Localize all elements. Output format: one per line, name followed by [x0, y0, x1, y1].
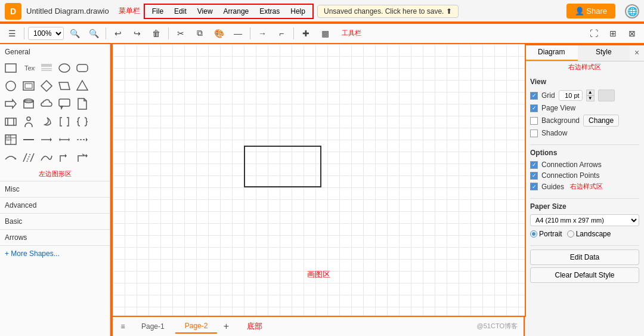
section-arrows[interactable]: Arrows [0, 229, 110, 245]
grid-up-arrow[interactable]: ▲ [586, 90, 595, 95]
fit-button[interactable]: ⊞ [605, 26, 621, 41]
section-misc[interactable]: Misc [0, 181, 110, 197]
page-view-row: Page View [530, 104, 639, 112]
copy-button[interactable]: ⧉ [191, 26, 208, 41]
landscape-label[interactable]: Landscape [567, 230, 611, 238]
tab-diagram[interactable]: Diagram [525, 44, 578, 61]
connection-points-checkbox[interactable] [530, 172, 538, 180]
shape-bent-arrow-right[interactable] [74, 149, 91, 166]
tab-page-2[interactable]: Page-2 [175, 319, 218, 334]
background-checkbox[interactable] [530, 117, 538, 125]
tab-menu-icon[interactable]: ≡ [115, 319, 131, 334]
shape-curved-line[interactable] [38, 149, 55, 166]
redo-button[interactable]: ↪ [129, 26, 145, 41]
shape-heading[interactable] [38, 60, 55, 76]
shape-curve-arrows[interactable] [2, 149, 19, 166]
grid-size-input[interactable] [559, 90, 583, 101]
page-view-label: Page View [541, 104, 575, 112]
menu-view[interactable]: View [193, 6, 218, 17]
grid-checkbox[interactable] [530, 92, 538, 100]
tab-page-1[interactable]: Page-1 [132, 320, 174, 333]
shape-callout[interactable] [56, 95, 73, 112]
menu-arrange[interactable]: Arrange [219, 6, 254, 17]
shape-rounded-rect[interactable] [74, 60, 91, 76]
shadow-checkbox[interactable] [530, 130, 538, 137]
insert-button[interactable]: ✚ [298, 26, 314, 41]
paper-size-select[interactable]: A4 (210 mm x 297 mm) A3 Letter [530, 214, 639, 226]
change-background-button[interactable]: Change [583, 115, 619, 127]
edit-data-button[interactable]: Edit Data [530, 249, 639, 265]
shape-line-solid[interactable] [20, 131, 37, 148]
portrait-label[interactable]: Portrait [530, 230, 562, 238]
page-view-checkbox[interactable] [530, 104, 538, 112]
main-layout: General Text Li [0, 44, 644, 336]
fullscreen-button[interactable]: ⛶ [586, 26, 602, 41]
zoom-select[interactable]: 100% 75% 50% 150% [28, 27, 64, 40]
shape-double-arrow[interactable] [56, 131, 73, 148]
shape-arrow-right[interactable] [2, 95, 19, 112]
shape-crescent[interactable] [38, 113, 55, 130]
portrait-radio[interactable] [530, 230, 537, 238]
clear-default-style-button[interactable]: Clear Default Style [530, 267, 639, 283]
shape-cloud[interactable] [38, 95, 55, 112]
shape-arrow-line[interactable] [38, 131, 55, 148]
shape-table[interactable]: ListItem [2, 131, 19, 148]
shape-person[interactable] [20, 113, 37, 130]
grid-spinner-arrows: ▲ ▼ [586, 90, 595, 101]
collapse-button[interactable]: ⊠ [624, 26, 640, 41]
shape-text[interactable]: Text [20, 60, 37, 76]
svg-text:Item: Item [6, 138, 12, 141]
section-basic[interactable]: Basic [0, 213, 110, 229]
undo-button[interactable]: ↩ [110, 26, 126, 41]
tab-add-button[interactable]: + [218, 319, 234, 334]
waypoint-button[interactable]: ⌐ [273, 26, 290, 41]
table-button[interactable]: ▦ [317, 26, 333, 41]
more-shapes-button[interactable]: + More Shapes... [0, 245, 110, 261]
grid-down-arrow[interactable]: ▼ [586, 95, 595, 101]
guides-checkbox[interactable] [530, 183, 538, 190]
tab-style[interactable]: Style [578, 44, 630, 61]
delete-button[interactable]: 🗑 [148, 26, 165, 41]
shape-doc[interactable] [74, 95, 91, 112]
shape-bracket[interactable] [56, 113, 73, 130]
shape-diamond[interactable] [38, 78, 55, 94]
landscape-radio[interactable] [567, 230, 574, 238]
shape-rectangle-outline[interactable] [20, 78, 37, 94]
shape-ellipse[interactable] [56, 60, 73, 76]
grid-color-swatch[interactable] [598, 90, 615, 101]
cut-button[interactable]: ✂ [172, 26, 189, 41]
connection-arrows-label: Connection Arrows [541, 161, 602, 169]
shape-parallelogram[interactable] [56, 78, 73, 94]
shape-dashed-arrow[interactable] [74, 131, 91, 148]
shape-rectangle[interactable] [2, 60, 19, 76]
menu-extras[interactable]: Extras [255, 6, 284, 17]
menu-edit[interactable]: Edit [169, 6, 191, 17]
menu-help[interactable]: Help [286, 6, 310, 17]
section-general[interactable]: General [0, 44, 110, 58]
shape-cylinder[interactable] [20, 95, 37, 112]
shadow-row: Shadow [530, 129, 639, 137]
fill-button[interactable]: 🎨 [210, 26, 227, 41]
shape-triangle[interactable] [74, 78, 91, 94]
sidebar-toggle-button[interactable]: ☰ [4, 26, 20, 41]
zoom-out-button[interactable]: 🔍 [66, 26, 83, 41]
shape-circle[interactable] [2, 78, 19, 94]
canvas-rectangle-shape[interactable] [244, 146, 321, 187]
section-advanced[interactable]: Advanced [0, 197, 110, 213]
menu-file[interactable]: File [147, 6, 168, 17]
unsaved-changes-button[interactable]: Unsaved changes. Click here to save. ⬆ [317, 5, 459, 18]
app-title: Untitled Diagram.drawio [26, 7, 109, 16]
toolbar-separator-4 [250, 27, 250, 39]
canvas-area[interactable]: 画图区 [113, 44, 525, 316]
shape-bent-arrow-up[interactable] [56, 149, 73, 166]
shape-process[interactable] [2, 113, 19, 130]
zoom-in-button[interactable]: 🔍 [85, 26, 102, 41]
line-button[interactable]: — [230, 26, 246, 41]
globe-icon[interactable]: 🌐 [625, 4, 639, 19]
shape-diagonal-lines[interactable] [20, 149, 37, 166]
connector-button[interactable]: → [254, 26, 271, 41]
connection-arrows-checkbox[interactable] [530, 161, 538, 169]
shape-brace[interactable] [74, 113, 91, 130]
share-button[interactable]: 👤 Share [566, 4, 615, 19]
panel-close-button[interactable]: × [630, 44, 644, 61]
